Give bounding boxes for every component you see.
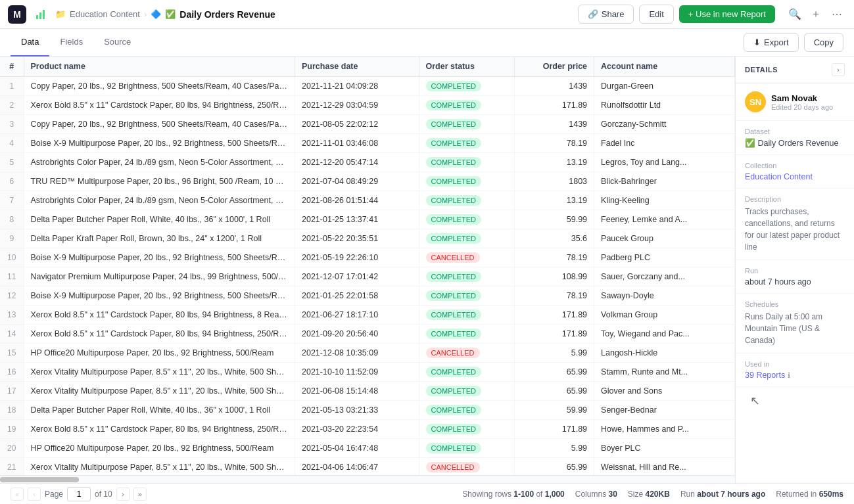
cell-order-price: 171.89 [514,306,594,325]
table-row[interactable]: 16 Xerox Vitality Multipurpose Paper, 8.… [0,363,735,382]
returned-in-info: Returned in 650ms [776,490,843,499]
col-header-purchase-date[interactable]: Purchase date [295,57,419,77]
dataset-value: ✅ Daily Orders Revenue [745,138,845,148]
table-header-row: # Product name Purchase date Order statu… [0,57,735,77]
description-value: Tracks purchases, cancellations, and ret… [745,206,845,253]
size-value: 420KB [646,490,670,499]
cell-order-price: 5.99 [514,344,594,363]
cell-account-name: Toy, Wiegand and Pac... [594,325,735,344]
table-row[interactable]: 19 Xerox Bold 8.5" x 11" Cardstock Paper… [0,420,735,439]
cell-order-status: COMPLETED [419,96,514,115]
cell-product-name: Xerox Vitality Multipurpose Paper, 8.5" … [24,363,295,382]
cell-num: 14 [0,325,24,344]
details-collapse-button[interactable]: › [832,63,845,76]
cell-purchase-date: 2021-01-25 22:01:58 [295,286,419,306]
col-header-account-name[interactable]: Account name [594,57,735,77]
cell-order-status: COMPLETED [419,363,514,382]
table-scroll[interactable]: # Product name Purchase date Order statu… [0,57,735,475]
copy-button[interactable]: Copy [804,33,843,52]
horizontal-scrollbar[interactable] [0,475,735,483]
tab-data[interactable]: Data [11,29,49,57]
last-page-button[interactable]: » [133,488,147,501]
col-header-order-price[interactable]: Order price [514,57,594,77]
used-in-value: 39 Reports ℹ [745,371,845,380]
tab-source[interactable]: Source [93,29,141,57]
table-row[interactable]: 6 TRU RED™ Multipurpose Paper, 20 lbs., … [0,172,735,191]
table-row[interactable]: 7 Astrobrights Color Paper, 24 lb./89 gs… [0,191,735,210]
col-header-product-name[interactable]: Product name [24,57,295,77]
table-row[interactable]: 1 Copy Paper, 20 lbs., 92 Brightness, 50… [0,77,735,96]
prev-page-button[interactable]: ‹ [28,488,41,501]
cell-order-price: 59.99 [514,401,594,420]
table-row[interactable]: 14 Xerox Bold 8.5" x 11" Cardstock Paper… [0,325,735,344]
cell-product-name: Xerox Bold 8.5" x 11" Cardstock Paper, 8… [24,96,295,115]
cell-order-status: COMPLETED [419,134,514,153]
cell-order-price: 78.19 [514,248,594,267]
cell-order-status: COMPLETED [419,267,514,286]
cell-purchase-date: 2021-07-04 08:49:29 [295,172,419,191]
page-input[interactable] [67,487,91,501]
cell-purchase-date: 2021-12-29 03:04:59 [295,96,419,115]
search-button[interactable]: 🔍 [786,5,804,24]
table-row[interactable]: 10 Boise X-9 Multipurpose Paper, 20 lbs.… [0,248,735,267]
export-button[interactable]: ⬇ Export [744,33,799,52]
table-row[interactable]: 17 Xerox Vitality Multipurpose Paper, 8.… [0,382,735,401]
cursor-area: ↖ [736,387,854,415]
reports-link[interactable]: 39 Reports [745,371,785,380]
sub-nav: Data Fields Source ⬇ Export Copy [0,29,854,57]
table-row[interactable]: 8 Delta Paper Butcher Paper Roll, White,… [0,210,735,229]
table-row[interactable]: 11 Navigator Premium Multipurpose Paper,… [0,267,735,286]
table-row[interactable]: 12 Boise X-9 Multipurpose Paper, 20 lbs.… [0,286,735,306]
breadcrumb-section[interactable]: Education Content [70,9,140,19]
cell-order-price: 65.99 [514,382,594,401]
info-icon: ℹ [788,371,790,380]
table-row[interactable]: 2 Xerox Bold 8.5" x 11" Cardstock Paper,… [0,96,735,115]
collection-link[interactable]: Education Content [745,172,813,181]
cell-purchase-date: 2021-12-20 05:47:14 [295,153,419,172]
col-header-order-status[interactable]: Order status [419,57,514,77]
run-info: Run about 7 hours ago [680,490,765,499]
dataset-label: Dataset [745,127,845,135]
table-row[interactable]: 20 HP Office20 Multipurpose Paper, 20 lb… [0,439,735,458]
cell-num: 15 [0,344,24,363]
first-page-button[interactable]: « [11,488,24,501]
more-options-button[interactable]: ⋯ [828,5,846,24]
tab-fields[interactable]: Fields [49,29,93,57]
cell-product-name: Delta Paper Butcher Paper Roll, White, 4… [24,401,295,420]
run-label: Run [745,267,845,275]
share-button[interactable]: 🔗 Share [578,5,634,24]
cell-order-price: 13.19 [514,191,594,210]
edit-button[interactable]: Edit [639,5,673,24]
cell-num: 7 [0,191,24,210]
table-row[interactable]: 5 Astrobrights Color Paper, 24 lb./89 gs… [0,153,735,172]
table-row[interactable]: 15 HP Office20 Multipurpose Paper, 20 lb… [0,344,735,363]
table-row[interactable]: 9 Delta Paper Kraft Paper Roll, Brown, 3… [0,229,735,248]
columns-count: 30 [608,490,617,499]
cell-order-status: COMPLETED [419,286,514,306]
of-pages: of 10 [95,490,112,499]
table-row[interactable]: 3 Copy Paper, 20 lbs., 92 Brightness, 50… [0,115,735,134]
table-row[interactable]: 13 Xerox Bold 8.5" x 11" Cardstock Paper… [0,306,735,325]
cell-order-price: 65.99 [514,363,594,382]
details-collection-section: Collection Education Content [736,155,854,189]
cell-purchase-date: 2021-06-08 15:14:48 [295,382,419,401]
next-page-button[interactable]: › [116,488,130,501]
add-button[interactable]: ＋ [807,5,825,24]
cell-order-price: 1803 [514,172,594,191]
table-row[interactable]: 4 Boise X-9 Multipurpose Paper, 20 lbs.,… [0,134,735,153]
total-rows: 1,000 [545,490,565,499]
cell-product-name: Xerox Bold 8.5" x 11" Cardstock Paper, 8… [24,306,295,325]
table-row[interactable]: 18 Delta Paper Butcher Paper Roll, White… [0,401,735,420]
details-schedules-section: Schedules Runs Daily at 5:00 am Mountain… [736,294,854,354]
cell-account-name: Fadel Inc [594,134,735,153]
table-row[interactable]: 21 Xerox Vitality Multipurpose Paper, 8.… [0,458,735,476]
table-body: 1 Copy Paper, 20 lbs., 92 Brightness, 50… [0,77,735,476]
data-table: # Product name Purchase date Order statu… [0,57,735,475]
cell-account-name: Gorczany-Schmitt [594,115,735,134]
cell-account-name: Legros, Toy and Lang... [594,153,735,172]
cell-product-name: Xerox Vitality Multipurpose Paper, 8.5" … [24,382,295,401]
footer-meta: Showing rows 1-100 of 1,000 Columns 30 S… [462,490,843,499]
cell-order-price: 171.89 [514,420,594,439]
cell-product-name: Boise X-9 Multipurpose Paper, 20 lbs., 9… [24,248,295,267]
use-in-new-report-button[interactable]: + Use in new Report [679,5,775,23]
